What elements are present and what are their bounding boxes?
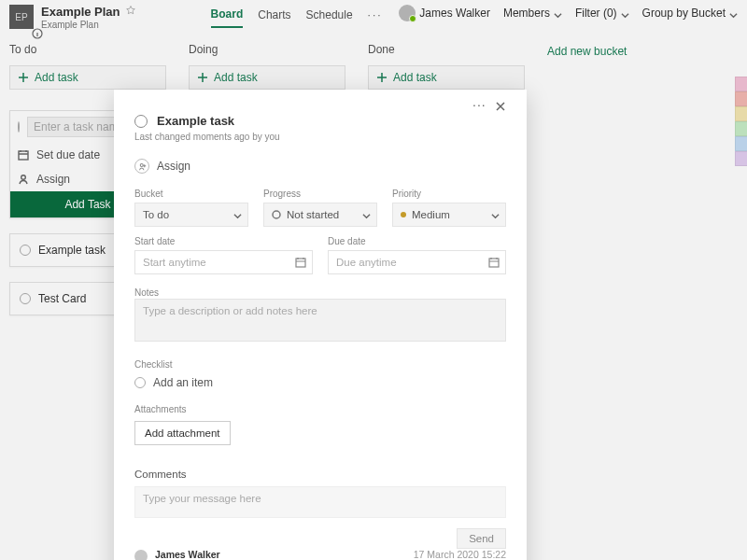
chevron-down-icon [491, 211, 500, 219]
field-label: Priority [392, 189, 506, 199]
field-label: Progress [263, 189, 377, 199]
progress-select[interactable]: Not started [263, 203, 377, 227]
more-icon[interactable]: ··· [472, 101, 484, 112]
due-date-input[interactable]: Due anytime [328, 250, 506, 274]
priority-dot-icon [401, 212, 406, 217]
svg-rect-5 [296, 259, 305, 267]
comment-input[interactable] [134, 486, 506, 518]
field-label: Checklist [134, 359, 173, 370]
person-add-icon [134, 159, 149, 174]
field-label: Comments [134, 469, 187, 480]
activity-item: James Walker 17 March 2020 15:22 New Tas… [134, 549, 506, 560]
circle-icon [272, 210, 281, 219]
complete-circle-icon[interactable] [134, 115, 148, 128]
activity-author: James Walker [155, 549, 220, 560]
notes-input[interactable] [134, 299, 506, 342]
send-button[interactable]: Send [457, 528, 506, 549]
priority-select[interactable]: Medium [392, 203, 506, 227]
svg-point-3 [140, 163, 143, 166]
field-label: Attachments [134, 404, 187, 414]
task-modal: ··· Example task Last changed moments ag… [114, 90, 527, 560]
add-attachment-button[interactable]: Add attachment [134, 421, 231, 445]
activity-date: 17 March 2020 15:22 [414, 549, 506, 560]
task-subtitle: Last changed moments ago by you [134, 132, 506, 142]
field-label: Start date [134, 236, 313, 246]
start-date-input[interactable]: Start anytime [134, 250, 313, 274]
svg-point-4 [273, 211, 280, 218]
assign-button[interactable]: Assign [134, 159, 506, 174]
bucket-select[interactable]: To do [134, 203, 248, 227]
svg-rect-6 [489, 259, 499, 267]
chevron-down-icon [362, 211, 371, 219]
field-label: Due date [328, 236, 506, 246]
field-label: Bucket [134, 189, 248, 199]
close-icon[interactable] [495, 101, 506, 112]
circle-icon [134, 377, 146, 388]
chevron-down-icon [233, 211, 242, 219]
calendar-icon [295, 257, 306, 268]
field-label: Notes [134, 287, 159, 298]
checklist-add-item[interactable]: Add an item [134, 376, 506, 389]
task-title[interactable]: Example task [157, 114, 234, 128]
avatar [134, 550, 148, 560]
calendar-icon [488, 257, 500, 268]
